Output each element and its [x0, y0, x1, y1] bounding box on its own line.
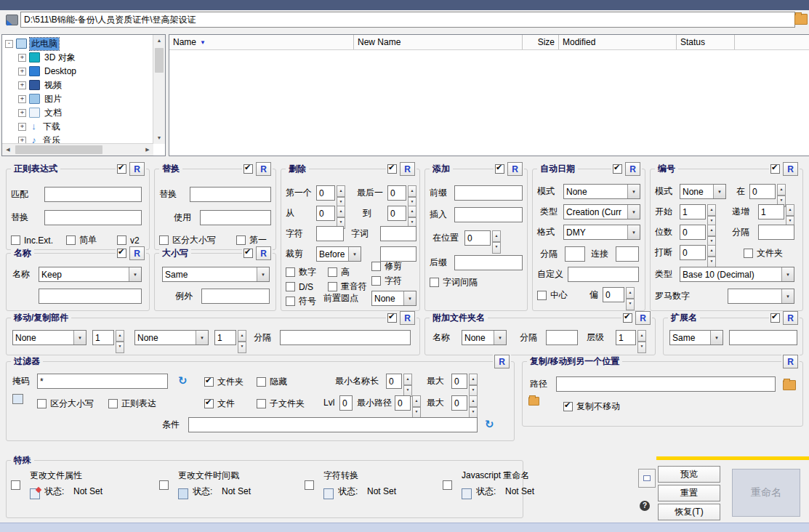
replace-enable-checkbox[interactable] [243, 164, 253, 174]
add-prefix-input[interactable] [454, 185, 523, 201]
mask-preset-icon[interactable] [12, 394, 23, 404]
autodate-mode-dropdown[interactable]: None [563, 184, 640, 199]
special-translit-checkbox[interactable] [305, 480, 314, 490]
name-rule-button[interactable]: R [129, 246, 145, 260]
remove-enable-checkbox[interactable] [387, 164, 397, 174]
regex-incext-checkbox[interactable] [11, 235, 20, 245]
case-enable-checkbox[interactable] [243, 249, 253, 258]
tree-item-videos[interactable]: + 视频 [18, 78, 63, 92]
column-name[interactable]: Name ▼ [169, 35, 354, 49]
appendfolder-name-dropdown[interactable]: None [462, 330, 507, 345]
scroll-down-icon[interactable]: ▼ [153, 132, 165, 144]
tree-item-desktop[interactable]: + Desktop [18, 65, 78, 78]
case-except-input[interactable] [201, 289, 270, 304]
tree-item-label[interactable]: 此电脑 [30, 38, 59, 50]
movecopy-second-dropdown[interactable]: None [134, 330, 209, 345]
appendfolder-enable-checkbox[interactable] [623, 313, 632, 323]
case-mode-dropdown[interactable]: Same [162, 267, 270, 282]
expand-icon[interactable]: + [18, 123, 26, 131]
remove-digits-checkbox[interactable] [286, 267, 295, 277]
title-bar[interactable] [0, 0, 809, 10]
remove-crop-dropdown[interactable]: Before [316, 246, 361, 262]
filters-max-path-input[interactable] [451, 395, 467, 411]
remove-first-spinner[interactable] [337, 185, 345, 201]
autodate-custom-input[interactable] [568, 267, 639, 282]
autodate-seg-input[interactable] [616, 246, 639, 262]
filters-cond-input[interactable] [188, 417, 478, 432]
replace-find-input[interactable] [190, 187, 271, 202]
regex-simple-checkbox[interactable] [66, 235, 76, 245]
scroll-right-icon[interactable]: ▶ [142, 144, 153, 156]
extension-mode-dropdown[interactable]: Same [669, 330, 723, 345]
movecopy-first-dropdown[interactable]: None [12, 330, 86, 345]
numbering-break-input[interactable] [680, 245, 706, 260]
remove-trim-checkbox[interactable] [371, 262, 381, 271]
expand-icon[interactable]: + [18, 109, 26, 117]
appendfolder-rule-button[interactable]: R [635, 311, 651, 325]
collapse-icon[interactable]: - [5, 40, 13, 48]
numbering-mode-dropdown[interactable]: None [680, 184, 726, 199]
regex-rule-button[interactable]: R [129, 162, 145, 176]
autodate-format-dropdown[interactable]: DMY [563, 225, 640, 240]
copymove-copy-not-move-checkbox[interactable] [563, 402, 573, 411]
add-rule-button[interactable]: R [507, 162, 523, 176]
remove-first-input[interactable] [316, 185, 335, 201]
help-icon[interactable]: ? [640, 501, 650, 511]
filters-case-checkbox[interactable] [37, 399, 47, 408]
remove-from-spinner[interactable] [337, 206, 345, 221]
scroll-up-icon[interactable]: ▲ [153, 35, 165, 47]
replace-case-checkbox[interactable] [159, 235, 169, 245]
movecopy-first-spinner[interactable] [116, 330, 124, 345]
numbering-incr-input[interactable] [758, 204, 784, 219]
browse-folder-icon[interactable] [794, 14, 808, 25]
filters-lvl-input[interactable] [339, 395, 353, 411]
copymove-browse-folder-icon[interactable] [783, 380, 796, 390]
popout-button[interactable] [638, 469, 656, 488]
tree-item-label[interactable]: 视频 [43, 79, 63, 92]
extension-rule-button[interactable]: R [783, 311, 798, 325]
special-javascript-checkbox[interactable] [443, 480, 452, 490]
autodate-type-dropdown[interactable]: Creation (Curr [563, 204, 640, 219]
remove-words-input[interactable] [380, 226, 416, 241]
movecopy-first-count-input[interactable] [92, 330, 114, 345]
tree-item-pictures[interactable]: + 图片 [18, 92, 63, 105]
autodate-enable-checkbox[interactable] [613, 164, 622, 174]
numbering-break-spinner[interactable] [707, 245, 716, 260]
regex-match-input[interactable] [44, 187, 142, 202]
expand-icon[interactable]: + [18, 95, 26, 103]
filters-min-path-spinner[interactable] [412, 395, 421, 411]
numbering-pad-spinner[interactable] [707, 225, 716, 240]
numbering-at-spinner[interactable] [777, 184, 786, 199]
autodate-offset-spinner[interactable] [626, 287, 635, 302]
tree-item-downloads[interactable]: + ↓ 下载 [18, 120, 62, 133]
numbering-incr-spinner[interactable] [786, 204, 794, 219]
tree-item-label[interactable]: 3D 对象 [43, 52, 77, 64]
replace-first-checkbox[interactable] [236, 235, 246, 245]
regex-enable-checkbox[interactable] [117, 164, 126, 174]
filters-files-checkbox[interactable] [204, 399, 214, 408]
preview-button[interactable]: 预览 [658, 466, 720, 483]
filters-min-path-input[interactable] [395, 395, 411, 411]
expand-icon[interactable]: + [18, 54, 26, 62]
numbering-enable-checkbox[interactable] [770, 164, 780, 174]
numbering-pad-input[interactable] [680, 225, 706, 240]
add-insert-input[interactable] [454, 207, 523, 222]
filters-mask-input[interactable] [37, 374, 168, 389]
remove-to-input[interactable] [387, 206, 406, 221]
new-folder-icon[interactable] [528, 397, 539, 406]
autodate-rule-button[interactable]: R [625, 162, 640, 176]
filters-rule-button[interactable]: R [494, 355, 510, 368]
numbering-folder-checkbox[interactable] [744, 249, 753, 258]
refresh-icon[interactable]: ↻ [485, 418, 494, 431]
name-enable-checkbox[interactable] [117, 249, 126, 258]
remove-crop-input[interactable] [380, 246, 416, 262]
tree-item-3d-objects[interactable]: + 3D 对象 [18, 51, 77, 64]
numbering-start-spinner[interactable] [707, 204, 716, 219]
tree-item-label[interactable]: 图片 [43, 93, 63, 105]
tree-item-this-pc[interactable]: - 此电脑 [5, 37, 59, 50]
scroll-thumb[interactable] [15, 145, 102, 154]
filters-min-name-input[interactable] [386, 374, 402, 389]
scroll-thumb[interactable] [155, 48, 164, 73]
filters-max-name-spinner[interactable] [469, 374, 478, 389]
filters-max-name-input[interactable] [451, 374, 467, 389]
